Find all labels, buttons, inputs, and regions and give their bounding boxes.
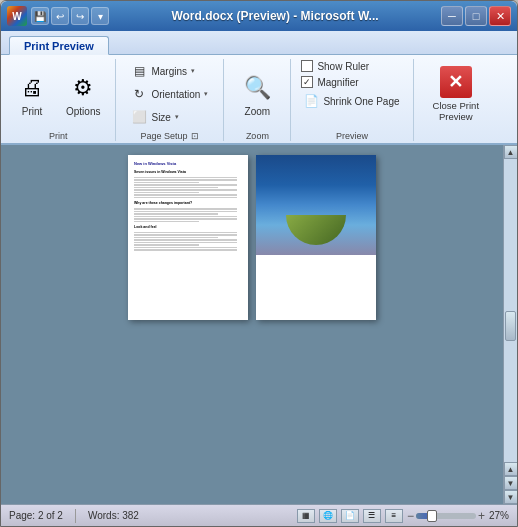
quick-access-toolbar: 💾 ↩ ↪ ▾ <box>31 7 109 25</box>
zoom-icon: 🔍 <box>241 72 273 104</box>
ribbon-group-close-preview: ✕ Close PrintPreview <box>414 59 498 141</box>
ribbon-group-zoom-content: 🔍 Zoom <box>232 59 282 129</box>
page-heading-1: New in Windows Vista <box>134 161 242 167</box>
shrink-one-page-button[interactable]: 📄 Shrink One Page <box>299 91 404 111</box>
shrink-icon: 📄 <box>304 94 319 108</box>
preview-group-label: Preview <box>336 131 368 141</box>
view-outline-button[interactable]: ☰ <box>363 509 381 523</box>
options-icon: ⚙ <box>67 72 99 104</box>
ribbon-group-print: 🖨 Print ⚙ Options Print <box>1 59 116 141</box>
print-label: Print <box>22 106 43 117</box>
scroll-page-up-button[interactable]: ▲ <box>504 462 518 476</box>
close-preview-icon: ✕ <box>440 66 472 98</box>
size-button[interactable]: ⬜ Size ▾ <box>124 106 215 128</box>
window-close-button[interactable]: ✕ <box>489 6 511 26</box>
show-ruler-row: Show Ruler <box>299 59 371 73</box>
text-line <box>134 221 199 223</box>
size-dropdown-arrow: ▾ <box>175 113 179 121</box>
ribbon-group-close-content: ✕ Close PrintPreview <box>422 59 490 129</box>
margins-button[interactable]: ▤ Margins ▾ <box>124 60 215 82</box>
document-area: New in Windows Vista Seven issues in Win… <box>1 145 517 504</box>
orientation-button[interactable]: ↻ Orientation ▾ <box>124 83 215 105</box>
text-line <box>134 216 237 218</box>
page-subheading-1: Seven issues in Windows Vista <box>134 170 242 176</box>
options-label: Options <box>66 106 100 117</box>
text-line <box>134 234 237 236</box>
text-line <box>134 239 237 241</box>
word-count: Words: 382 <box>88 510 139 521</box>
document-scroll-area[interactable]: New in Windows Vista Seven issues in Win… <box>1 145 503 504</box>
print-button[interactable]: 🖨 Print <box>9 67 55 122</box>
save-button[interactable]: 💾 <box>31 7 49 25</box>
text-line <box>134 249 237 251</box>
status-right-area: ▦ 🌐 📄 ☰ ≡ − + 27% <box>297 509 509 523</box>
customize-button[interactable]: ▾ <box>91 7 109 25</box>
zoom-level: 27% <box>489 510 509 521</box>
status-bar: Page: 2 of 2 Words: 382 ▦ 🌐 📄 ☰ ≡ − + 27… <box>1 504 517 526</box>
close-group-label <box>455 131 458 141</box>
scroll-page-down-button[interactable]: ▼ <box>504 476 518 490</box>
scroll-down-button[interactable]: ▼ <box>504 490 518 504</box>
undo-button[interactable]: ↩ <box>51 7 69 25</box>
ribbon-group-preview-content: Show Ruler ✓ Magnifier 📄 Shrink One Page <box>299 59 404 129</box>
tab-print-preview[interactable]: Print Preview <box>9 36 109 55</box>
view-draft-button[interactable]: ≡ <box>385 509 403 523</box>
close-print-preview-button[interactable]: ✕ Close PrintPreview <box>422 59 490 129</box>
maximize-button[interactable]: □ <box>465 6 487 26</box>
shrink-label: Shrink One Page <box>323 96 399 107</box>
text-line <box>134 177 237 179</box>
vertical-scrollbar[interactable]: ▲ ▲ ▼ ▼ <box>503 145 517 504</box>
redo-button[interactable]: ↪ <box>71 7 89 25</box>
page-image <box>256 155 376 255</box>
app-logo: W <box>7 6 27 26</box>
magnifier-label: Magnifier <box>317 77 358 88</box>
ribbon-group-page-setup: ▤ Margins ▾ ↻ Orientation ▾ ⬜ Size ▾ <box>116 59 224 141</box>
text-line <box>134 208 237 210</box>
ribbon-group-page-setup-content: ▤ Margins ▾ ↻ Orientation ▾ ⬜ Size ▾ <box>124 59 215 129</box>
options-button[interactable]: ⚙ Options <box>59 67 107 122</box>
title-bar: W 💾 ↩ ↪ ▾ Word.docx (Preview) - Microsof… <box>1 1 517 31</box>
magnifier-row: ✓ Magnifier <box>299 75 360 89</box>
scrollbar-thumb[interactable] <box>505 311 516 341</box>
text-line <box>134 192 199 194</box>
page-preview-right <box>256 155 376 320</box>
ribbon-tab-bar: Print Preview ? <box>1 31 517 55</box>
page-subheading-3: Look and feel <box>134 225 242 231</box>
page-setup-expand-icon[interactable]: ⊡ <box>191 131 199 141</box>
text-line <box>134 244 199 246</box>
scroll-up-button[interactable]: ▲ <box>504 145 518 159</box>
page-left-content: New in Windows Vista Seven issues in Win… <box>128 155 248 258</box>
ribbon: 🖨 Print ⚙ Options Print ▤ Margins ▾ <box>1 55 517 145</box>
view-normal-button[interactable]: ▦ <box>297 509 315 523</box>
text-line <box>134 197 237 199</box>
window-controls: ─ □ ✕ <box>441 6 511 26</box>
view-web-button[interactable]: 🌐 <box>319 509 337 523</box>
zoom-in-button[interactable]: + <box>478 509 485 523</box>
view-print-button[interactable]: 📄 <box>341 509 359 523</box>
page-right-content <box>256 155 376 255</box>
page-setup-buttons: ▤ Margins ▾ ↻ Orientation ▾ ⬜ Size ▾ <box>124 60 215 128</box>
text-line <box>134 247 237 249</box>
orientation-icon: ↻ <box>131 86 147 102</box>
show-ruler-checkbox[interactable] <box>301 60 313 72</box>
text-line <box>134 237 218 239</box>
print-group-label: Print <box>49 131 68 141</box>
text-line <box>134 242 237 244</box>
status-separator <box>75 509 76 523</box>
zoom-out-button[interactable]: − <box>407 509 414 523</box>
text-line <box>134 232 237 234</box>
size-icon: ⬜ <box>131 109 147 125</box>
zoom-bar[interactable] <box>416 513 476 519</box>
minimize-button[interactable]: ─ <box>441 6 463 26</box>
magnifier-checkbox[interactable]: ✓ <box>301 76 313 88</box>
print-icon: 🖨 <box>16 72 48 104</box>
zoom-button[interactable]: 🔍 Zoom <box>232 67 282 122</box>
scrollbar-track[interactable] <box>504 159 517 462</box>
zoom-group-label: Zoom <box>246 131 269 141</box>
app-window: W 💾 ↩ ↪ ▾ Word.docx (Preview) - Microsof… <box>0 0 518 527</box>
ribbon-group-preview: Show Ruler ✓ Magnifier 📄 Shrink One Page… <box>291 59 413 141</box>
text-line <box>134 179 237 181</box>
zoom-handle[interactable] <box>427 510 437 522</box>
text-line <box>134 211 237 213</box>
text-line <box>134 187 218 189</box>
